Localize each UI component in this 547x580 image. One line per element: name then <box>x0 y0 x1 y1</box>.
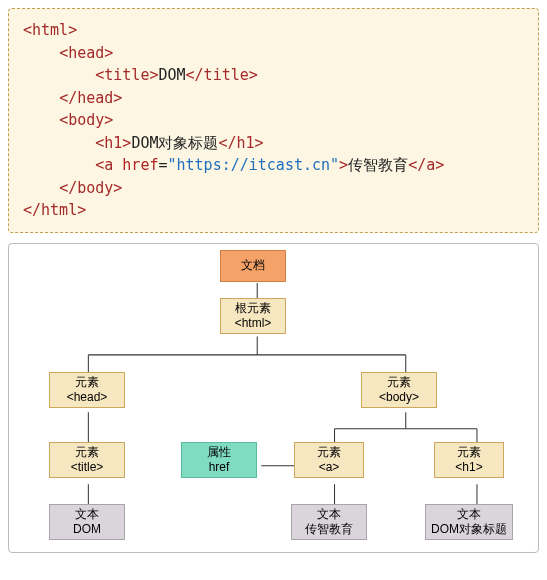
tree-node-text-h1title: 文本 DOM对象标题 <box>425 504 513 540</box>
tree-node-title: 元素 <title> <box>49 442 125 478</box>
tree-sublabel: <head> <box>52 390 122 405</box>
tree-node-text-chuanzhi: 文本 传智教育 <box>291 504 367 540</box>
code-tag-a-close: </a> <box>408 156 444 174</box>
tree-node-h1: 元素 <h1> <box>434 442 504 478</box>
tree-label: 根元素 <box>223 301 283 316</box>
tree-sublabel: DOM <box>52 522 122 537</box>
tree-sublabel: href <box>184 460 254 475</box>
tree-label: 文本 <box>428 507 510 522</box>
code-attr-href: href <box>122 156 158 174</box>
tree-label: 元素 <box>52 375 122 390</box>
dom-tree-diagram: 文档 根元素 <html> 元素 <head> 元素 <body> 元素 <ti… <box>8 243 539 553</box>
tree-label: 文档 <box>223 258 283 273</box>
tree-node-attr-href: 属性 href <box>181 442 257 478</box>
code-tag-body-close: </body> <box>59 179 122 197</box>
tree-label: 属性 <box>184 445 254 460</box>
tree-node-root-html: 根元素 <html> <box>220 298 286 334</box>
code-attr-val: "https://itcast.cn" <box>168 156 340 174</box>
tree-sublabel: <h1> <box>437 460 501 475</box>
tree-sublabel: <a> <box>297 460 361 475</box>
tree-node-a: 元素 <a> <box>294 442 364 478</box>
code-tag-a-open2: > <box>339 156 348 174</box>
code-block: <html> <head> <title>DOM</title> </head>… <box>8 8 539 233</box>
tree-node-text-dom: 文本 DOM <box>49 504 125 540</box>
tree-label: 元素 <box>297 445 361 460</box>
tree-sublabel: DOM对象标题 <box>428 522 510 537</box>
tree-label: 元素 <box>52 445 122 460</box>
code-eq: = <box>158 156 167 174</box>
code-text-title: DOM <box>158 66 185 84</box>
tree-label: 元素 <box>437 445 501 460</box>
tree-sublabel: <body> <box>364 390 434 405</box>
tree-node-body: 元素 <body> <box>361 372 437 408</box>
code-text-a: 传智教育 <box>348 156 408 174</box>
code-tag-h1-close: </h1> <box>218 134 263 152</box>
tree-sublabel: <html> <box>223 316 283 331</box>
code-tag-title-close: </title> <box>186 66 258 84</box>
tree-label: 文本 <box>294 507 364 522</box>
tree-label: 元素 <box>364 375 434 390</box>
tree-sublabel: <title> <box>52 460 122 475</box>
tree-node-head: 元素 <head> <box>49 372 125 408</box>
code-tag-html-close: </html> <box>23 201 86 219</box>
code-tag-a-open1: <a <box>95 156 122 174</box>
code-tag-head-open: <head> <box>59 44 113 62</box>
tree-node-document: 文档 <box>220 250 286 282</box>
code-tag-title-open: <title> <box>95 66 158 84</box>
code-tag-h1-open: <h1> <box>95 134 131 152</box>
tree-label: 文本 <box>52 507 122 522</box>
tree-sublabel: 传智教育 <box>294 522 364 537</box>
code-tag-body-open: <body> <box>59 111 113 129</box>
code-text-h1: DOM对象标题 <box>131 134 218 152</box>
code-tag-head-close: </head> <box>59 89 122 107</box>
code-tag-html-open: <html> <box>23 21 77 39</box>
